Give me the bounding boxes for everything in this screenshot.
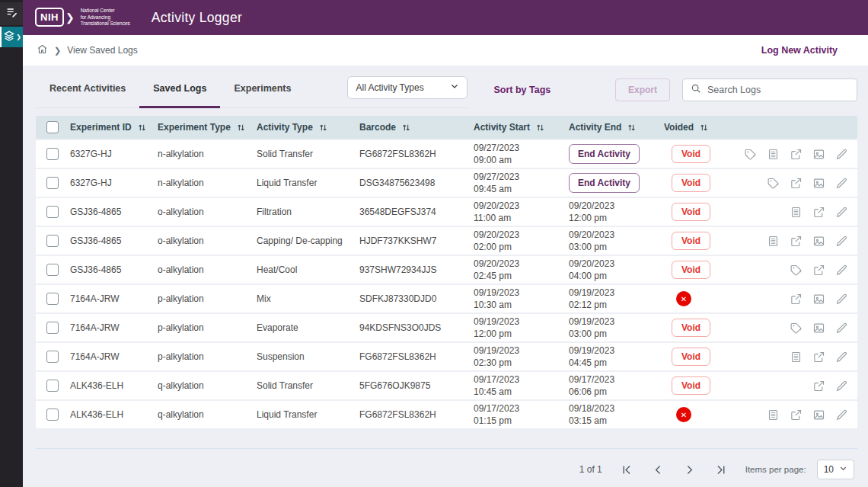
external-link-icon[interactable] [790, 148, 803, 161]
activity-type-cell: Evaporate [257, 322, 359, 333]
layers-icon [3, 30, 15, 45]
void-button[interactable]: Void [672, 376, 710, 395]
void-button[interactable]: Void [672, 232, 710, 250]
sort-icon[interactable] [401, 123, 411, 133]
external-link-icon[interactable] [790, 177, 803, 190]
external-link-icon[interactable] [790, 235, 803, 248]
tab-saved-logs[interactable]: Saved Logs [139, 72, 220, 108]
last-page-button[interactable] [714, 463, 727, 476]
notes-icon[interactable] [790, 351, 803, 364]
edit-icon[interactable] [835, 351, 848, 364]
row-checkbox[interactable] [46, 148, 59, 160]
sort-icon[interactable] [137, 123, 147, 133]
edit-icon[interactable] [835, 322, 848, 335]
activity-type-filter[interactable]: All Activity Types [347, 76, 468, 99]
activity-type-cell: Solid Transfer [257, 380, 359, 391]
external-link-icon[interactable] [812, 351, 825, 364]
previous-page-button[interactable] [652, 463, 665, 476]
notes-icon[interactable] [767, 409, 780, 421]
image-icon[interactable] [812, 235, 825, 248]
activity-end-date: 09/19/2023 [569, 287, 659, 299]
tab-experiments[interactable]: Experiments [220, 72, 305, 108]
tag-icon[interactable] [744, 148, 757, 161]
row-checkbox[interactable] [46, 380, 59, 392]
external-link-icon[interactable] [812, 380, 825, 392]
void-button[interactable]: Void [672, 319, 710, 337]
activity-start-cell: 09/17/2023 01:15 pm [474, 402, 569, 427]
void-button[interactable]: Void [672, 174, 710, 192]
sort-icon[interactable] [318, 123, 328, 133]
tag-icon[interactable] [790, 322, 803, 335]
sort-icon[interactable] [627, 123, 637, 133]
sort-icon[interactable] [699, 123, 709, 133]
row-checkbox[interactable] [46, 264, 59, 276]
end-activity-button[interactable]: End Activity [569, 144, 640, 164]
next-page-button[interactable] [683, 463, 696, 476]
image-icon[interactable] [812, 148, 825, 161]
edit-icon[interactable] [835, 177, 848, 190]
row-checkbox[interactable] [46, 409, 59, 421]
activity-start-time: 10:30 am [474, 299, 564, 311]
notes-icon[interactable] [767, 235, 780, 248]
row-checkbox[interactable] [46, 177, 59, 189]
edit-icon[interactable] [835, 264, 848, 277]
search-input[interactable] [707, 85, 849, 95]
external-link-icon[interactable] [812, 264, 825, 277]
first-page-button[interactable] [621, 463, 633, 476]
void-button[interactable]: Void [672, 203, 710, 221]
activity-end-cell: 09/20/202304:00 pm [569, 258, 664, 282]
void-button[interactable]: Void [672, 348, 710, 366]
tag-icon[interactable] [790, 264, 803, 277]
search-icon [691, 83, 701, 97]
notes-icon[interactable] [767, 148, 780, 161]
external-link-icon[interactable] [790, 409, 803, 421]
sort-icon[interactable] [236, 123, 246, 133]
items-per-page-select[interactable]: 10 [817, 460, 854, 479]
external-link-icon[interactable] [812, 206, 825, 219]
sidebar-item-activity-log[interactable] [0, 2, 23, 25]
edit-icon[interactable] [835, 293, 848, 306]
activity-start-date: 09/17/2023 [474, 373, 564, 386]
log-new-activity-link[interactable]: Log New Activity [761, 45, 838, 56]
activity-end-time: 03:15 am [569, 415, 659, 427]
barcode-cell: DSG34875623498 [359, 178, 474, 188]
edit-icon[interactable] [835, 380, 848, 392]
edit-icon[interactable] [835, 235, 848, 248]
edit-icon[interactable] [835, 148, 848, 161]
sort-by-tags-button[interactable]: Sort by Tags [493, 85, 550, 95]
edit-icon[interactable] [835, 409, 848, 421]
activity-start-cell: 09/20/2023 11:00 am [474, 200, 569, 224]
image-icon[interactable] [812, 177, 825, 190]
tab-recent-activities[interactable]: Recent Activities [36, 72, 139, 108]
image-icon[interactable] [812, 322, 825, 335]
activity-start-cell: 09/20/2023 02:00 pm [474, 229, 569, 253]
image-icon[interactable] [812, 293, 825, 306]
sidebar-item-saved-logs[interactable]: ❯ [0, 27, 23, 47]
export-button[interactable]: Export [615, 78, 670, 101]
row-checkbox[interactable] [46, 351, 59, 363]
row-checkbox[interactable] [46, 206, 59, 218]
activity-start-date: 09/20/2023 [474, 200, 564, 212]
void-button[interactable]: Void [672, 261, 710, 279]
activity-type-filter-value: All Activity Types [356, 82, 423, 93]
end-activity-button[interactable]: End Activity [569, 173, 640, 193]
experiment-type-cell: n-alkylation [158, 178, 257, 188]
activity-start-cell: 09/19/2023 02:30 pm [474, 344, 569, 369]
notes-icon[interactable] [790, 206, 803, 219]
edit-icon[interactable] [835, 206, 848, 219]
image-icon[interactable] [812, 409, 825, 421]
sort-icon[interactable] [535, 123, 545, 133]
home-icon[interactable] [37, 43, 48, 58]
external-link-icon[interactable] [790, 293, 803, 306]
experiment-id-cell: ALK436-ELH [70, 380, 158, 391]
table-row: GSJ36-4865 o-alkylation Heat/Cool 937SHW… [36, 256, 857, 284]
void-button[interactable]: Void [672, 145, 710, 163]
row-checkbox[interactable] [46, 293, 59, 305]
experiment-id-cell: 7164A-JRW [70, 322, 158, 333]
activity-start-time: 02:00 pm [474, 241, 564, 253]
select-all-checkbox[interactable] [46, 121, 59, 133]
activity-start-cell: 09/17/2023 10:45 am [474, 373, 569, 398]
tag-icon[interactable] [767, 177, 780, 190]
row-checkbox[interactable] [46, 322, 59, 334]
row-checkbox[interactable] [46, 235, 59, 247]
